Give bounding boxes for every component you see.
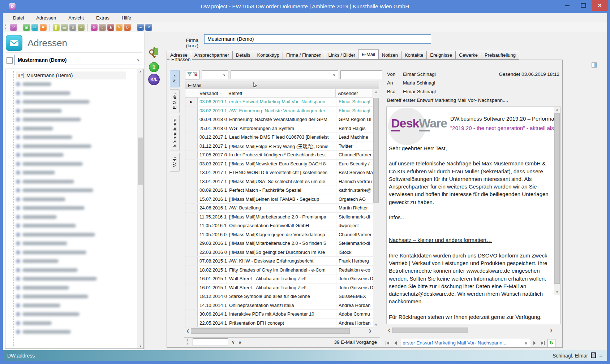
scroll-thumb[interactable] xyxy=(373,98,379,203)
filter-value-select[interactable]: ∨ xyxy=(231,70,338,79)
tree-item-blurred[interactable] xyxy=(16,258,59,264)
row-selector[interactable] xyxy=(185,310,198,318)
filter-field-select[interactable]: ∨ xyxy=(202,70,228,79)
column-header-absender[interactable]: Absender xyxy=(336,89,373,97)
menu-item-hilfe[interactable]: Hilfe xyxy=(120,14,133,21)
count-badge[interactable]: 1 xyxy=(149,62,159,72)
row-selector[interactable] xyxy=(185,266,198,274)
row-selector[interactable] xyxy=(185,107,198,115)
tree-item-blurred[interactable] xyxy=(16,108,62,114)
tab-notizen[interactable]: Notizen xyxy=(378,51,401,60)
scroll-right-icon[interactable]: ❯ xyxy=(367,329,373,333)
tab-details[interactable]: Details xyxy=(232,51,254,60)
scroll-thumb[interactable] xyxy=(392,328,468,333)
row-selector[interactable] xyxy=(185,257,198,265)
stats-icon[interactable]: ↗ xyxy=(145,24,152,31)
archive-icon[interactable]: B xyxy=(124,24,131,31)
vertical-tab-e-mails[interactable]: E-Mails xyxy=(170,89,180,113)
key-icon[interactable]: ✦ xyxy=(78,24,85,31)
save-icon[interactable] xyxy=(591,352,596,359)
settings-gear-icon[interactable]: ✱ xyxy=(40,24,47,31)
tree-item-blurred[interactable] xyxy=(16,196,65,203)
tab-kontakte[interactable]: Kontakte xyxy=(401,51,426,60)
row-selector[interactable] xyxy=(185,239,198,248)
vertical-tab-web[interactable]: Web xyxy=(170,153,180,172)
tree-item-blurred[interactable] xyxy=(16,267,78,273)
selector-column-header[interactable] xyxy=(185,89,197,97)
table-row[interactable]: 14.10.2014 1Onlinepräsentation Wanzl Ita… xyxy=(185,301,373,310)
move-up-icon[interactable]: ∧ xyxy=(239,340,242,345)
filter-clear-icon[interactable] xyxy=(193,72,198,78)
table-row[interactable]: 06.04.2018 0Erinnerung: Nächste Veransta… xyxy=(185,115,373,124)
toolbar-grip[interactable] xyxy=(5,24,7,30)
firma-input[interactable] xyxy=(204,34,431,44)
tree-item-blurred[interactable] xyxy=(16,302,60,309)
row-selector[interactable] xyxy=(185,195,198,204)
row-selector[interactable] xyxy=(185,319,198,328)
table-row[interactable]: 07.08.2015 1AW: KHW - Deskware Erfahrung… xyxy=(185,257,373,266)
tree-item-blurred[interactable] xyxy=(16,222,76,229)
scroll-left-icon[interactable]: ❮ xyxy=(386,328,392,332)
row-selector[interactable] xyxy=(185,160,198,168)
tree-item-blurred[interactable] xyxy=(16,134,72,140)
filter-icon[interactable] xyxy=(187,72,192,78)
tab-firma-finanzen[interactable]: Firma / Finanzen xyxy=(283,51,325,60)
tree-scrollbar[interactable]: ∧ ∨ xyxy=(137,69,143,348)
table-row[interactable]: 18.02.2015 1Fifty Shades of Grey im Onli… xyxy=(185,266,373,275)
table-row[interactable]: 16.01.2015 1Wall Street - Alibaba am Tra… xyxy=(185,274,373,283)
mail-scrollbar[interactable]: ∧ ∨ xyxy=(554,107,560,295)
scroll-down-icon[interactable]: ∨ xyxy=(137,343,143,348)
edit-tools-icon[interactable]: ✎ xyxy=(116,24,123,31)
tab-ereignisse[interactable]: Ereignisse xyxy=(426,51,455,60)
tree-item-blurred[interactable] xyxy=(16,116,81,123)
row-selector[interactable] xyxy=(185,186,198,195)
tab-ansprechpartner[interactable]: Ansprechpartner xyxy=(191,51,232,60)
target-icon[interactable]: ◎ xyxy=(91,24,98,31)
tree-item-blurred[interactable] xyxy=(16,329,71,335)
table-row[interactable]: 08.02.2019 1AW: Erinnerung: Nächste Vera… xyxy=(185,107,373,116)
table-row[interactable]: 30.06.2014 1Interaktive PDFs mit Adobe P… xyxy=(185,310,373,319)
resize-grip[interactable] xyxy=(599,354,603,358)
tree-item-blurred[interactable] xyxy=(16,276,97,282)
menu-item-adressen[interactable]: Adressen xyxy=(35,14,57,21)
vertical-tab-alle[interactable]: Alle xyxy=(170,70,180,87)
scroll-up-icon[interactable]: ∧ xyxy=(554,107,560,113)
tree-item-blurred[interactable] xyxy=(16,90,70,96)
mail-h-scrollbar[interactable]: ❮ ❯ xyxy=(386,327,554,333)
scroll-thumb[interactable] xyxy=(191,328,350,334)
close-button[interactable]: ✕ xyxy=(592,0,608,11)
table-row[interactable]: 29.03.2016 1[!!Mass Mail]Mitarbeitersuch… xyxy=(185,239,373,248)
contact-icon[interactable]: ♟ xyxy=(107,24,114,31)
table-row[interactable]: 08.12.2017 1Lead Machine DMS F lead 0106… xyxy=(185,133,373,142)
row-selector[interactable] xyxy=(185,213,198,221)
chart-icon[interactable]: ▋ xyxy=(53,24,60,31)
menu-item-extras[interactable]: Extras xyxy=(95,14,111,21)
tree-item-blurred[interactable] xyxy=(16,231,95,238)
last-record-button[interactable] xyxy=(540,339,546,347)
mail-icon[interactable]: ✉ xyxy=(31,24,38,31)
table-row[interactable]: 13.01.2017 1ETHNO WORLD 6 veroeffentlich… xyxy=(185,168,373,177)
tree-item-blurred[interactable] xyxy=(16,285,69,291)
row-selector[interactable] xyxy=(185,168,198,177)
tree-item-blurred[interactable] xyxy=(16,293,88,300)
scroll-down-icon[interactable]: ∨ xyxy=(373,322,379,328)
tab-e-mail[interactable]: E-Mail xyxy=(358,49,379,60)
row-selector[interactable] xyxy=(185,177,198,186)
group-band[interactable]: E-Mail xyxy=(185,82,379,89)
scroll-up-icon[interactable]: ∧ xyxy=(373,89,379,95)
minimize-button[interactable] xyxy=(559,0,575,9)
table-row[interactable]: 13.01.2017 1[!!Mass Mail]USA: So schlech… xyxy=(185,177,373,186)
row-selector[interactable] xyxy=(185,133,198,142)
tree-item-blurred[interactable] xyxy=(16,320,52,326)
table-row[interactable]: 18.12.2014 0Starke Symbole und alles für… xyxy=(185,292,373,301)
table-row[interactable]: 24.06.2016 1AW: BestellungMartin Richter xyxy=(185,204,373,213)
tree-item-blurred[interactable] xyxy=(16,125,53,132)
table-row[interactable]: 22.05.2014 1Präsentation BFH conceptAndr… xyxy=(185,319,373,328)
tab-preisaufteilung[interactable]: Preisaufteilung xyxy=(481,51,519,60)
column-header-versandt[interactable]: Versandt▿ xyxy=(197,89,226,97)
maximize-button[interactable] xyxy=(575,0,592,9)
tree-item-blurred[interactable] xyxy=(16,161,83,167)
tree-item-blurred[interactable] xyxy=(16,240,67,247)
tab-gewerke[interactable]: Gewerke xyxy=(455,51,481,60)
vertical-tab-informationen[interactable]: Informationen xyxy=(170,115,180,151)
